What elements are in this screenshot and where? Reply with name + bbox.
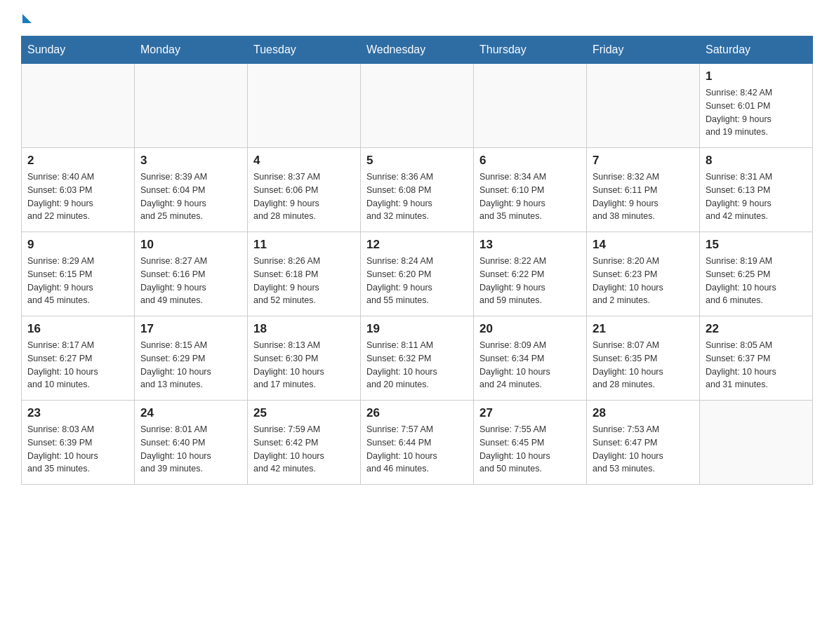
calendar-day-cell: 7Sunrise: 8:32 AM Sunset: 6:11 PM Daylig… — [587, 148, 700, 232]
calendar-day-header: Tuesday — [248, 36, 361, 64]
calendar-day-cell — [474, 64, 587, 148]
sun-info: Sunrise: 8:36 AM Sunset: 6:08 PM Dayligh… — [366, 170, 468, 223]
calendar-day-cell: 8Sunrise: 8:31 AM Sunset: 6:13 PM Daylig… — [700, 148, 813, 232]
sun-info: Sunrise: 7:55 AM Sunset: 6:45 PM Dayligh… — [479, 423, 581, 476]
sun-info: Sunrise: 7:53 AM Sunset: 6:47 PM Dayligh… — [593, 423, 694, 476]
calendar-day-header: Friday — [587, 36, 700, 64]
sun-info: Sunrise: 8:19 AM Sunset: 6:25 PM Dayligh… — [706, 255, 807, 307]
day-number: 26 — [366, 406, 468, 420]
sun-info: Sunrise: 8:32 AM Sunset: 6:11 PM Dayligh… — [593, 170, 694, 223]
sun-info: Sunrise: 7:59 AM Sunset: 6:42 PM Dayligh… — [253, 423, 355, 476]
sun-info: Sunrise: 8:11 AM Sunset: 6:32 PM Dayligh… — [366, 339, 468, 391]
calendar-day-cell — [248, 64, 361, 148]
sun-info: Sunrise: 7:57 AM Sunset: 6:44 PM Dayligh… — [366, 423, 468, 476]
calendar-day-header: Saturday — [700, 36, 813, 64]
calendar-day-cell: 11Sunrise: 8:26 AM Sunset: 6:18 PM Dayli… — [248, 232, 361, 316]
calendar-week-row: 23Sunrise: 8:03 AM Sunset: 6:39 PM Dayli… — [22, 401, 813, 485]
calendar-day-cell: 20Sunrise: 8:09 AM Sunset: 6:34 PM Dayli… — [474, 316, 587, 401]
calendar-day-header: Monday — [135, 36, 248, 64]
calendar-day-cell: 21Sunrise: 8:07 AM Sunset: 6:35 PM Dayli… — [587, 316, 700, 401]
calendar-week-row: 16Sunrise: 8:17 AM Sunset: 6:27 PM Dayli… — [22, 316, 813, 401]
day-number: 6 — [479, 154, 581, 168]
sun-info: Sunrise: 8:26 AM Sunset: 6:18 PM Dayligh… — [253, 255, 355, 307]
calendar-day-cell: 23Sunrise: 8:03 AM Sunset: 6:39 PM Dayli… — [22, 401, 135, 485]
day-number: 15 — [706, 238, 807, 252]
sun-info: Sunrise: 8:09 AM Sunset: 6:34 PM Dayligh… — [479, 339, 581, 391]
calendar-day-cell: 24Sunrise: 8:01 AM Sunset: 6:40 PM Dayli… — [135, 401, 248, 485]
calendar-day-cell: 18Sunrise: 8:13 AM Sunset: 6:30 PM Dayli… — [248, 316, 361, 401]
day-number: 11 — [253, 238, 355, 252]
sun-info: Sunrise: 8:07 AM Sunset: 6:35 PM Dayligh… — [593, 339, 694, 391]
day-number: 3 — [140, 154, 241, 168]
calendar-day-cell: 26Sunrise: 7:57 AM Sunset: 6:44 PM Dayli… — [361, 401, 474, 485]
calendar-week-row: 2Sunrise: 8:40 AM Sunset: 6:03 PM Daylig… — [22, 148, 813, 232]
calendar-day-cell: 15Sunrise: 8:19 AM Sunset: 6:25 PM Dayli… — [700, 232, 813, 316]
day-number: 24 — [140, 406, 241, 420]
day-number: 1 — [706, 69, 807, 83]
day-number: 2 — [27, 154, 128, 168]
day-number: 19 — [366, 322, 468, 336]
calendar-week-row: 1Sunrise: 8:42 AM Sunset: 6:01 PM Daylig… — [22, 64, 813, 148]
day-number: 13 — [479, 238, 581, 252]
day-number: 22 — [706, 322, 807, 336]
sun-info: Sunrise: 8:05 AM Sunset: 6:37 PM Dayligh… — [706, 339, 807, 391]
day-number: 10 — [140, 238, 241, 252]
calendar-day-cell: 27Sunrise: 7:55 AM Sunset: 6:45 PM Dayli… — [474, 401, 587, 485]
calendar-day-cell: 10Sunrise: 8:27 AM Sunset: 6:16 PM Dayli… — [135, 232, 248, 316]
calendar-table: SundayMondayTuesdayWednesdayThursdayFrid… — [21, 36, 813, 485]
day-number: 5 — [366, 154, 468, 168]
sun-info: Sunrise: 8:29 AM Sunset: 6:15 PM Dayligh… — [27, 255, 128, 307]
calendar-day-cell: 6Sunrise: 8:34 AM Sunset: 6:10 PM Daylig… — [474, 148, 587, 232]
sun-info: Sunrise: 8:13 AM Sunset: 6:30 PM Dayligh… — [253, 339, 355, 391]
sun-info: Sunrise: 8:03 AM Sunset: 6:39 PM Dayligh… — [27, 423, 128, 476]
day-number: 18 — [253, 322, 355, 336]
sun-info: Sunrise: 8:15 AM Sunset: 6:29 PM Dayligh… — [140, 339, 241, 391]
sun-info: Sunrise: 8:22 AM Sunset: 6:22 PM Dayligh… — [479, 255, 581, 307]
sun-info: Sunrise: 8:20 AM Sunset: 6:23 PM Dayligh… — [593, 255, 694, 307]
day-number: 14 — [593, 238, 694, 252]
sun-info: Sunrise: 8:40 AM Sunset: 6:03 PM Dayligh… — [27, 170, 128, 223]
sun-info: Sunrise: 8:27 AM Sunset: 6:16 PM Dayligh… — [140, 255, 241, 307]
sun-info: Sunrise: 8:42 AM Sunset: 6:01 PM Dayligh… — [706, 86, 807, 139]
calendar-day-header: Sunday — [22, 36, 135, 64]
calendar-day-cell: 3Sunrise: 8:39 AM Sunset: 6:04 PM Daylig… — [135, 148, 248, 232]
calendar-day-cell: 14Sunrise: 8:20 AM Sunset: 6:23 PM Dayli… — [587, 232, 700, 316]
day-number: 28 — [593, 406, 694, 420]
page-header — [21, 14, 813, 22]
calendar-day-cell: 16Sunrise: 8:17 AM Sunset: 6:27 PM Dayli… — [22, 316, 135, 401]
day-number: 9 — [27, 238, 128, 252]
calendar-day-cell: 12Sunrise: 8:24 AM Sunset: 6:20 PM Dayli… — [361, 232, 474, 316]
sun-info: Sunrise: 8:01 AM Sunset: 6:40 PM Dayligh… — [140, 423, 241, 476]
calendar-week-row: 9Sunrise: 8:29 AM Sunset: 6:15 PM Daylig… — [22, 232, 813, 316]
day-number: 8 — [706, 154, 807, 168]
sun-info: Sunrise: 8:17 AM Sunset: 6:27 PM Dayligh… — [27, 339, 128, 391]
calendar-day-cell: 25Sunrise: 7:59 AM Sunset: 6:42 PM Dayli… — [248, 401, 361, 485]
sun-info: Sunrise: 8:31 AM Sunset: 6:13 PM Dayligh… — [706, 170, 807, 223]
calendar-day-cell — [135, 64, 248, 148]
calendar-day-cell: 9Sunrise: 8:29 AM Sunset: 6:15 PM Daylig… — [22, 232, 135, 316]
calendar-day-cell: 5Sunrise: 8:36 AM Sunset: 6:08 PM Daylig… — [361, 148, 474, 232]
day-number: 21 — [593, 322, 694, 336]
sun-info: Sunrise: 8:24 AM Sunset: 6:20 PM Dayligh… — [366, 255, 468, 307]
calendar-day-cell — [361, 64, 474, 148]
day-number: 12 — [366, 238, 468, 252]
calendar-day-cell — [700, 401, 813, 485]
sun-info: Sunrise: 8:39 AM Sunset: 6:04 PM Dayligh… — [140, 170, 241, 223]
day-number: 25 — [253, 406, 355, 420]
sun-info: Sunrise: 8:37 AM Sunset: 6:06 PM Dayligh… — [253, 170, 355, 223]
day-number: 16 — [27, 322, 128, 336]
calendar-day-cell: 13Sunrise: 8:22 AM Sunset: 6:22 PM Dayli… — [474, 232, 587, 316]
calendar-day-cell — [22, 64, 135, 148]
calendar-day-header: Wednesday — [361, 36, 474, 64]
day-number: 7 — [593, 154, 694, 168]
day-number: 20 — [479, 322, 581, 336]
sun-info: Sunrise: 8:34 AM Sunset: 6:10 PM Dayligh… — [479, 170, 581, 223]
day-number: 27 — [479, 406, 581, 420]
calendar-day-cell: 17Sunrise: 8:15 AM Sunset: 6:29 PM Dayli… — [135, 316, 248, 401]
calendar-day-cell: 4Sunrise: 8:37 AM Sunset: 6:06 PM Daylig… — [248, 148, 361, 232]
calendar-day-cell: 1Sunrise: 8:42 AM Sunset: 6:01 PM Daylig… — [700, 64, 813, 148]
day-number: 23 — [27, 406, 128, 420]
calendar-day-cell: 22Sunrise: 8:05 AM Sunset: 6:37 PM Dayli… — [700, 316, 813, 401]
calendar-day-cell: 28Sunrise: 7:53 AM Sunset: 6:47 PM Dayli… — [587, 401, 700, 485]
day-number: 17 — [140, 322, 241, 336]
